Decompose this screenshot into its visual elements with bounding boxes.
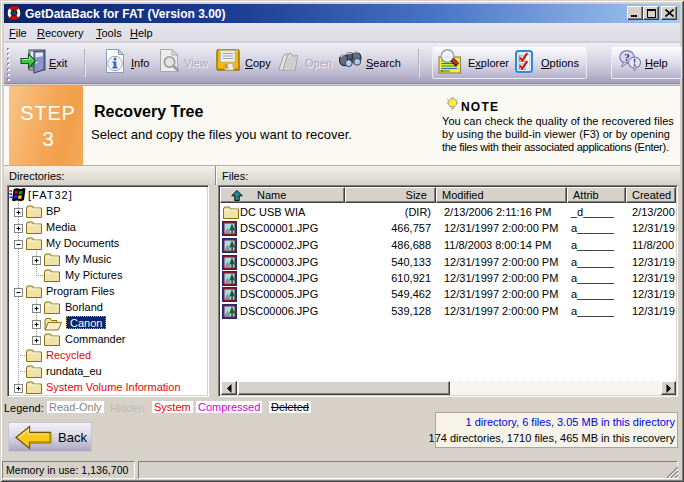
svg-text:!: ! [633,58,636,68]
